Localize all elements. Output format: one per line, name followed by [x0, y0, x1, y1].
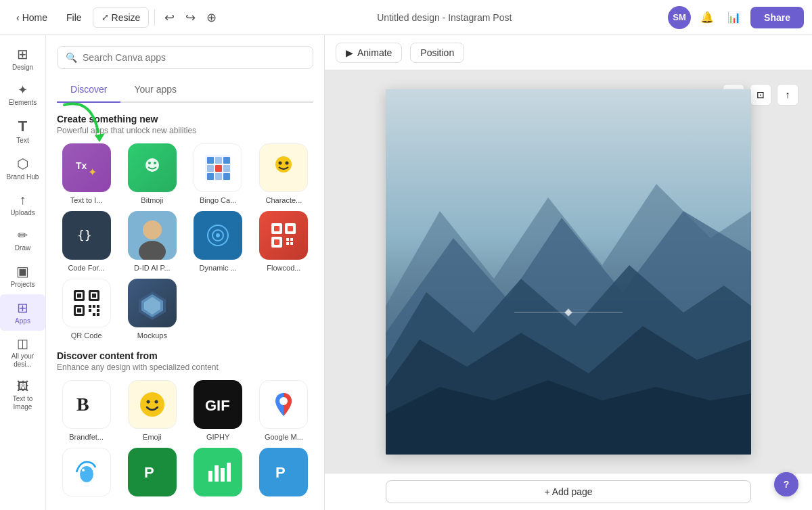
notifications-button[interactable]: 🔔 — [696, 7, 718, 28]
animate-button[interactable]: ▶ Animate — [336, 43, 402, 63]
svg-point-3 — [148, 162, 151, 164]
resize-button[interactable]: ⤢ Resize — [93, 7, 150, 28]
sidebar-item-uploads[interactable]: ↑ Uploads — [0, 187, 45, 223]
app-brandfetch[interactable]: B Brandfet... — [57, 380, 116, 441]
search-input[interactable] — [83, 52, 304, 63]
share-button[interactable]: Share — [750, 7, 804, 28]
help-icon: ? — [784, 479, 790, 490]
app-icon-google-maps — [259, 380, 308, 429]
resize-label: Resize — [112, 12, 141, 23]
redo-icon: ↪ — [185, 10, 196, 25]
app-label-flowcode: Flowcod... — [267, 264, 300, 272]
sidebar-item-all-designs[interactable]: ◫ All your desi... — [0, 331, 45, 374]
app-icon-bitmoji — [128, 143, 177, 192]
svg-rect-13 — [215, 173, 222, 180]
search-icon: 🔍 — [66, 52, 77, 63]
svg-rect-11 — [223, 165, 230, 172]
app-flowcode[interactable]: Flowcod... — [254, 211, 313, 272]
share-canvas-button[interactable]: ↑ — [777, 84, 798, 106]
apps-icon: ⊞ — [17, 300, 28, 316]
svg-rect-49 — [97, 309, 99, 312]
position-button[interactable]: Position — [410, 43, 464, 63]
svg-rect-48 — [89, 309, 91, 312]
app-icon-code: {} — [62, 211, 111, 260]
svg-rect-31 — [288, 226, 293, 231]
share-label: Share — [764, 12, 790, 23]
app-label-dynamic: Dynamic ... — [200, 264, 237, 272]
app-text-to-image[interactable]: Tx✦ Text to I... — [57, 143, 116, 204]
svg-rect-33 — [286, 238, 289, 241]
tab-your-apps[interactable]: Your apps — [120, 77, 190, 103]
app-row2c[interactable] — [189, 448, 248, 501]
svg-text:✦: ✦ — [88, 166, 97, 178]
sidebar-label-design: Design — [12, 64, 33, 72]
app-character[interactable]: Characte... — [254, 143, 313, 204]
redo-button[interactable]: ↪ — [181, 6, 200, 29]
app-bingo[interactable]: Bingo Ca... — [189, 143, 248, 204]
apps-panel: 🔍 Discover Your apps Create something ne… — [46, 35, 325, 510]
app-dynamic[interactable]: Dynamic ... — [189, 211, 248, 272]
app-bitmoji[interactable]: Bitmoji — [122, 143, 181, 204]
add-page-bar[interactable]: + Add page — [325, 473, 812, 510]
file-button[interactable]: File — [58, 8, 90, 27]
sidebar-item-text-to-image[interactable]: 🖼 Text to Image — [0, 374, 45, 417]
help-button[interactable]: ? — [774, 472, 798, 496]
quote-divider — [514, 312, 623, 312]
sidebar-item-text[interactable]: T Text — [0, 112, 45, 150]
add-page-button[interactable]: + Add page — [386, 480, 751, 503]
position-label: Position — [420, 47, 454, 58]
app-icon-mockups — [128, 279, 177, 327]
app-icon-flowcode — [259, 211, 308, 260]
discover-section-title: Discover content from — [57, 350, 313, 361]
app-row2a[interactable] — [57, 448, 116, 501]
svg-rect-12 — [207, 173, 214, 180]
svg-point-59 — [154, 400, 158, 404]
document-title: Untitled design - Instagram Post — [226, 12, 662, 23]
svg-point-57 — [140, 392, 164, 417]
teams-button[interactable]: 📊 — [723, 7, 745, 28]
sidebar-item-design[interactable]: ⊞ Design — [0, 41, 45, 77]
copy-button[interactable]: ⊡ — [750, 84, 771, 106]
app-row2b[interactable]: P — [122, 448, 181, 501]
app-row2d[interactable]: P — [254, 448, 313, 501]
sidebar-item-projects[interactable]: ▣ Projects — [0, 258, 45, 294]
sidebar-label-draw: Draw — [15, 244, 30, 252]
svg-rect-51 — [97, 305, 99, 308]
app-giphy[interactable]: GIF GIPHY — [189, 380, 248, 441]
svg-point-58 — [146, 400, 150, 404]
app-icon-text-to-image: Tx✦ — [62, 143, 111, 192]
app-icon-dynamic — [194, 211, 242, 260]
app-label-giphy: GIPHY — [206, 433, 229, 441]
app-emoji[interactable]: Emoji — [122, 380, 181, 441]
avatar-button[interactable]: SM — [668, 6, 691, 29]
app-did-ai[interactable]: D-ID AI P... — [122, 211, 181, 272]
svg-rect-10 — [215, 165, 222, 172]
app-google-maps[interactable]: Google M... — [254, 380, 313, 441]
sidebar-label-text-to-image: Text to Image — [3, 395, 43, 411]
projects-icon: ▣ — [16, 263, 29, 279]
svg-rect-34 — [290, 238, 293, 241]
app-icon-row2d: P — [259, 448, 308, 496]
sidebar-item-apps[interactable]: ⊞ Apps — [0, 294, 45, 331]
search-bar[interactable]: 🔍 — [57, 46, 313, 69]
home-button[interactable]: ‹ Home — [8, 8, 55, 27]
more-button[interactable]: ⊕ — [202, 6, 221, 29]
animate-icon: ▶ — [346, 47, 353, 58]
sidebar-item-brand-hub[interactable]: ⬡ Brand Hub — [0, 150, 45, 187]
sidebar-item-draw[interactable]: ✏ Draw — [0, 223, 45, 258]
apps-panel-header: 🔍 Discover Your apps — [46, 35, 324, 103]
undo-button[interactable]: ↩ — [160, 6, 179, 29]
canvas-frame: "It takes timeto achievesomething." – @r… — [386, 89, 751, 455]
svg-rect-52 — [97, 313, 99, 316]
tab-discover[interactable]: Discover — [57, 77, 120, 103]
avatar-initials: SM — [673, 12, 686, 22]
app-mockups[interactable]: Mockups — [122, 279, 181, 340]
app-code-for[interactable]: {} Code For... — [57, 211, 116, 272]
svg-point-17 — [286, 162, 289, 165]
topbar: ‹ Home File ⤢ Resize ↩ ↪ ⊕ Untitled desi… — [0, 0, 812, 35]
app-label-bitmoji: Bitmoji — [141, 196, 163, 204]
app-qr-code[interactable]: QR Code — [57, 279, 116, 340]
svg-point-16 — [279, 162, 282, 165]
elements-icon: ✦ — [18, 83, 28, 97]
sidebar-item-elements[interactable]: ✦ Elements — [0, 77, 45, 112]
